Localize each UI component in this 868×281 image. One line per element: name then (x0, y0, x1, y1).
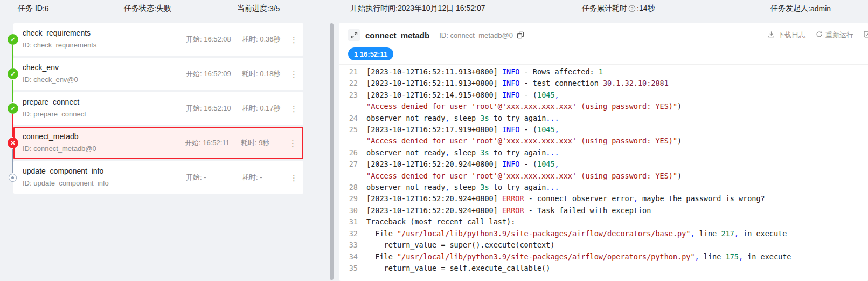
log-panel: connect_metadb ID: connect_metadb@0 下载日志… (339, 23, 868, 281)
log-line-content: [2023-10-12T16:52:11.913+0800] INFO - te… (366, 78, 669, 89)
step-start-time: 开始: 16:52:10 (186, 104, 242, 113)
log-line-content: [2023-10-12T16:52:14.915+0800] INFO - (1… (366, 90, 559, 101)
log-line-number: 28 (343, 182, 358, 193)
log-step-id: ID: connect_metadb@0 (439, 31, 513, 39)
log-line: 34 File "/usr/local/lib/python3.9/site-p… (343, 251, 868, 263)
step-card-check_requirements[interactable]: check_requirementsID: check_requirements… (13, 23, 303, 56)
log-line-number: 24 (343, 113, 358, 124)
log-line: 25[2023-10-12T16:52:17.919+0800] INFO - … (343, 124, 868, 135)
log-line-number: 22 (343, 78, 358, 89)
log-line-number: 21 (343, 66, 358, 78)
step-more-menu-icon[interactable]: ⋮ (290, 36, 298, 44)
log-line-number: 33 (343, 239, 358, 251)
log-actions: 下载日志重新运行设置 (768, 23, 868, 47)
task-progress-label: 当前进度 (237, 4, 267, 13)
log-line: 32 File "/usr/local/lib/python3.9/site-p… (343, 228, 868, 239)
log-line-number: 34 (343, 251, 358, 263)
log-line: "Access denied for user 'root'@'xxx.xxx.… (343, 170, 868, 182)
log-line: 23[2023-10-12T16:52:14.915+0800] INFO - … (343, 90, 868, 101)
step-times: 开始: 16:52:11耗时: 9秒 (185, 138, 286, 148)
question-circle-icon[interactable]: ? (628, 5, 636, 12)
step-duration: 耗时: - (242, 173, 287, 182)
refresh-icon (816, 31, 823, 39)
step-duration: 耗时: 9秒 (241, 138, 286, 148)
task-status-label: 任务状态 (124, 4, 154, 13)
log-line-content: "Access denied for user 'root'@'xxx.xxx.… (366, 101, 682, 112)
checkbox-icon (864, 31, 868, 39)
step-success-icon: ✓ (8, 34, 18, 45)
task-progress-field: 当前进度: 3/5 (237, 4, 280, 13)
log-line: 22[2023-10-12T16:52:11.913+0800] INFO - … (343, 78, 868, 89)
log-line-content: observer not ready, sleep 3s to try agai… (366, 182, 559, 193)
log-line-number: 32 (343, 228, 358, 239)
copy-icon[interactable] (517, 31, 524, 39)
log-line-content: "Access denied for user 'root'@'xxx.xxx.… (366, 170, 682, 182)
log-line: 35 return_value = self.execute_callable(… (343, 263, 868, 274)
log-line: 21[2023-10-12T16:52:11.913+0800] INFO - … (343, 66, 868, 78)
log-line-content: "Access denied for user 'root'@'xxx.xxx.… (366, 135, 682, 147)
step-times: 开始: 16:52:09耗时: 0.18秒 (186, 69, 287, 79)
step-duration: 耗时: 0.36秒 (242, 35, 287, 44)
step-card-prepare_connect[interactable]: prepare_connectID: prepare_connect开始: 16… (13, 92, 303, 125)
step-card-update_component_info[interactable]: update_component_infoID: update_componen… (13, 161, 303, 194)
task-start-time-value: 2023年10月12日 16:52:07 (398, 4, 485, 13)
task-duration-field: 任务累计耗时 ? : 14秒 (582, 4, 655, 13)
log-line-number: 29 (343, 193, 358, 204)
step-more-menu-icon[interactable]: ⋮ (290, 174, 298, 182)
steps-scrollbar[interactable] (330, 23, 334, 280)
step-times: 开始: 16:52:10耗时: 0.17秒 (186, 104, 287, 113)
step-duration: 耗时: 0.17秒 (242, 104, 287, 113)
expand-icon[interactable] (348, 29, 360, 41)
log-line: 29[2023-10-12T16:52:20.924+0800] ERROR -… (343, 193, 868, 204)
step-card-connect_metadb[interactable]: connect_metadbID: connect_metadb@0开始: 16… (13, 127, 303, 159)
重新运行-button[interactable]: 重新运行 (816, 30, 853, 40)
log-line: "Access denied for user 'root'@'xxx.xxx.… (343, 101, 868, 112)
task-status-field: 任务状态: 失败 (124, 4, 171, 13)
log-line: 24observer not ready, sleep 3s to try ag… (343, 113, 868, 124)
step-start-time: 开始: 16:52:09 (186, 69, 242, 79)
step-start-time: 开始: - (186, 173, 242, 182)
download-icon (768, 31, 775, 39)
设置-button[interactable]: 设置 (864, 30, 868, 40)
task-initiator-value: admin (810, 4, 831, 13)
task-initiator-label: 任务发起人 (770, 4, 808, 13)
task-status-value: 失败 (156, 4, 171, 13)
log-line-content: File "/usr/local/lib/python3.9/site-pack… (366, 228, 787, 239)
log-line: "Access denied for user 'root'@'xxx.xxx.… (343, 135, 868, 147)
log-line: 30[2023-10-12T16:52:20.924+0800] ERROR -… (343, 205, 868, 216)
log-line-number: 25 (343, 124, 358, 135)
下载日志-button[interactable]: 下载日志 (768, 30, 805, 40)
log-line-content: [2023-10-12T16:52:20.924+0800] ERROR - c… (366, 193, 765, 204)
log-step-title: connect_metadb (365, 31, 429, 40)
step-card-check_env[interactable]: check_envID: check_env@0开始: 16:52:09耗时: … (13, 58, 303, 90)
step-success-icon: ✓ (8, 68, 18, 79)
log-line: 28observer not ready, sleep 3s to try ag… (343, 182, 868, 193)
log-line-number: 30 (343, 205, 358, 216)
step-more-menu-icon[interactable]: ⋮ (290, 105, 298, 113)
log-line-content: Traceback (most recent call last): (366, 216, 515, 228)
step-more-menu-icon[interactable]: ⋮ (290, 70, 298, 78)
log-line-number: 27 (343, 159, 358, 170)
log-line-content: [2023-10-12T16:52:20.924+0800] ERROR - T… (366, 205, 651, 216)
step-more-menu-icon[interactable]: ⋮ (289, 139, 297, 147)
log-line-number (343, 170, 358, 182)
step-pending-icon (9, 174, 17, 182)
step-times: 开始: 16:52:08耗时: 0.36秒 (186, 35, 287, 44)
task-progress-value: 3/5 (269, 4, 280, 13)
log-line-content: File "/usr/local/lib/python3.9/site-pack… (366, 251, 791, 263)
log-line-number: 23 (343, 90, 358, 101)
log-line-content: [2023-10-12T16:52:17.919+0800] INFO - (1… (366, 124, 559, 135)
log-time-badge[interactable]: 1 16:52:11 (348, 47, 393, 60)
step-failed-icon: ✕ (8, 138, 18, 148)
log-panel-header: connect_metadb ID: connect_metadb@0 下载日志… (339, 23, 868, 47)
log-line-content: [2023-10-12T16:52:20.924+0800] INFO - (1… (366, 159, 559, 170)
step-start-time: 开始: 16:52:11 (185, 138, 241, 148)
step-success-icon: ✓ (8, 103, 18, 114)
log-line-number: 35 (343, 263, 358, 274)
log-line-content: observer not ready, sleep 3s to try agai… (366, 113, 559, 124)
task-duration-label: 任务累计耗时 (582, 4, 627, 13)
task-start-time-field: 开始执行时间 : 2023年10月12日 16:52:07 (350, 4, 485, 13)
task-summary-bar: 任务 ID: 6 任务状态: 失败 当前进度: 3/5 开始执行时间 : 202… (0, 0, 868, 16)
step-duration: 耗时: 0.18秒 (242, 69, 287, 79)
log-line-number (343, 101, 358, 112)
